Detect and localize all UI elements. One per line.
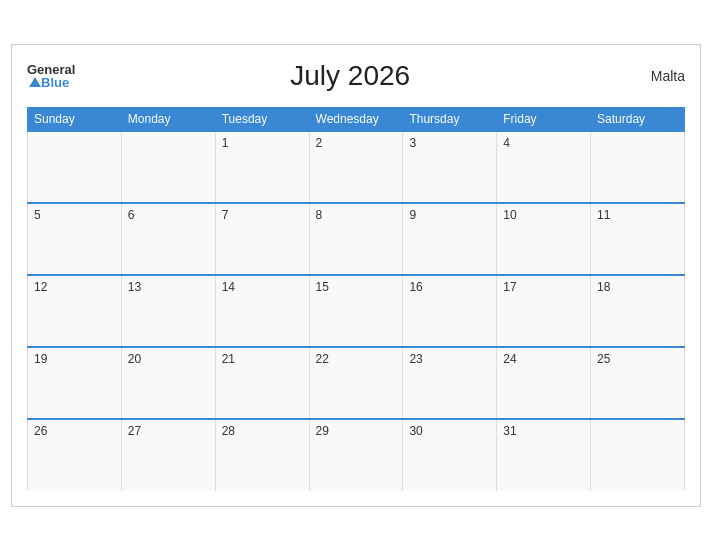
day-number: 23 bbox=[409, 352, 422, 366]
logo-blue-text: Blue bbox=[41, 76, 69, 89]
day-number: 28 bbox=[222, 424, 235, 438]
day-number: 4 bbox=[503, 136, 510, 150]
calendar: General Blue July 2026 Malta Sunday Mond… bbox=[11, 44, 701, 507]
table-row: 12 bbox=[28, 275, 122, 347]
table-row: 7 bbox=[215, 203, 309, 275]
day-number: 17 bbox=[503, 280, 516, 294]
table-row: 9 bbox=[403, 203, 497, 275]
day-number: 22 bbox=[316, 352, 329, 366]
table-row: 30 bbox=[403, 419, 497, 491]
table-row: 16 bbox=[403, 275, 497, 347]
day-number: 2 bbox=[316, 136, 323, 150]
day-number: 25 bbox=[597, 352, 610, 366]
country-label: Malta bbox=[625, 68, 685, 84]
day-number: 31 bbox=[503, 424, 516, 438]
table-row: 11 bbox=[591, 203, 685, 275]
day-number: 16 bbox=[409, 280, 422, 294]
table-row: 31 bbox=[497, 419, 591, 491]
day-number: 11 bbox=[597, 208, 610, 222]
day-number: 20 bbox=[128, 352, 141, 366]
table-row: 4 bbox=[497, 131, 591, 203]
table-row: 6 bbox=[121, 203, 215, 275]
header-sunday: Sunday bbox=[28, 107, 122, 131]
day-number: 30 bbox=[409, 424, 422, 438]
header-monday: Monday bbox=[121, 107, 215, 131]
table-row: 27 bbox=[121, 419, 215, 491]
table-row: 15 bbox=[309, 275, 403, 347]
table-row: 14 bbox=[215, 275, 309, 347]
day-number: 1 bbox=[222, 136, 229, 150]
day-number: 5 bbox=[34, 208, 41, 222]
table-row: 29 bbox=[309, 419, 403, 491]
day-number: 27 bbox=[128, 424, 141, 438]
table-row: 26 bbox=[28, 419, 122, 491]
table-row: 20 bbox=[121, 347, 215, 419]
header-thursday: Thursday bbox=[403, 107, 497, 131]
day-number: 15 bbox=[316, 280, 329, 294]
month-title: July 2026 bbox=[75, 60, 625, 92]
day-number: 12 bbox=[34, 280, 47, 294]
header-wednesday: Wednesday bbox=[309, 107, 403, 131]
table-row: 19 bbox=[28, 347, 122, 419]
day-number: 8 bbox=[316, 208, 323, 222]
calendar-week-row: 12131415161718 bbox=[28, 275, 685, 347]
day-number: 13 bbox=[128, 280, 141, 294]
header-friday: Friday bbox=[497, 107, 591, 131]
table-row bbox=[121, 131, 215, 203]
table-row: 5 bbox=[28, 203, 122, 275]
day-number: 18 bbox=[597, 280, 610, 294]
table-row: 21 bbox=[215, 347, 309, 419]
day-number: 9 bbox=[409, 208, 416, 222]
day-number: 26 bbox=[34, 424, 47, 438]
day-number: 7 bbox=[222, 208, 229, 222]
table-row: 18 bbox=[591, 275, 685, 347]
table-row: 1 bbox=[215, 131, 309, 203]
day-number: 24 bbox=[503, 352, 516, 366]
logo: General Blue bbox=[27, 63, 75, 89]
calendar-table: Sunday Monday Tuesday Wednesday Thursday… bbox=[27, 107, 685, 491]
calendar-week-row: 19202122232425 bbox=[28, 347, 685, 419]
table-row: 3 bbox=[403, 131, 497, 203]
logo-triangle-icon bbox=[29, 77, 41, 87]
table-row bbox=[28, 131, 122, 203]
logo-general-text: General bbox=[27, 63, 75, 76]
day-number: 21 bbox=[222, 352, 235, 366]
table-row: 2 bbox=[309, 131, 403, 203]
table-row: 25 bbox=[591, 347, 685, 419]
day-number: 3 bbox=[409, 136, 416, 150]
table-row: 13 bbox=[121, 275, 215, 347]
day-number: 10 bbox=[503, 208, 516, 222]
day-number: 29 bbox=[316, 424, 329, 438]
table-row: 24 bbox=[497, 347, 591, 419]
day-number: 6 bbox=[128, 208, 135, 222]
weekday-header-row: Sunday Monday Tuesday Wednesday Thursday… bbox=[28, 107, 685, 131]
table-row: 8 bbox=[309, 203, 403, 275]
table-row: 10 bbox=[497, 203, 591, 275]
table-row bbox=[591, 131, 685, 203]
calendar-week-row: 567891011 bbox=[28, 203, 685, 275]
table-row: 17 bbox=[497, 275, 591, 347]
day-number: 19 bbox=[34, 352, 47, 366]
header-saturday: Saturday bbox=[591, 107, 685, 131]
calendar-week-row: 1234 bbox=[28, 131, 685, 203]
table-row: 22 bbox=[309, 347, 403, 419]
table-row: 28 bbox=[215, 419, 309, 491]
table-row: 23 bbox=[403, 347, 497, 419]
calendar-week-row: 262728293031 bbox=[28, 419, 685, 491]
day-number: 14 bbox=[222, 280, 235, 294]
header-tuesday: Tuesday bbox=[215, 107, 309, 131]
calendar-header: General Blue July 2026 Malta bbox=[27, 55, 685, 97]
table-row bbox=[591, 419, 685, 491]
